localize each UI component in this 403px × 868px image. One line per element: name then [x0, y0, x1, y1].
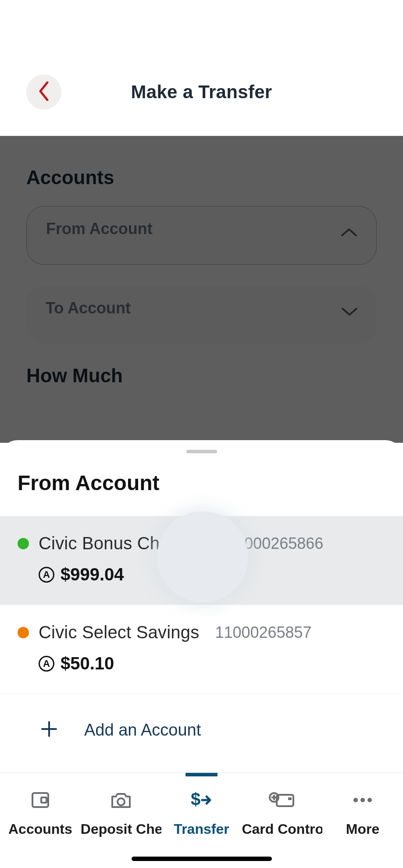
tab-transfer[interactable]: $ Transfer: [161, 773, 242, 868]
plus-icon: [40, 720, 58, 740]
account-list: Civic Bonus Checking 11000265866 A $999.…: [0, 516, 403, 694]
camera-icon: [110, 789, 132, 811]
tab-label: Deposit Check: [81, 821, 161, 837]
tab-bar: Accounts Deposit Check $ Transfer Card C…: [0, 772, 403, 868]
modal-backdrop[interactable]: [0, 136, 403, 443]
add-account-button[interactable]: Add an Account: [0, 694, 403, 766]
sheet-title: From Account: [0, 453, 403, 516]
svg-text:$: $: [191, 790, 200, 809]
account-name: Civic Bonus Checking: [39, 534, 211, 553]
transfer-icon: $: [189, 789, 214, 811]
svg-rect-1: [41, 797, 46, 803]
status-dot-icon: [18, 627, 29, 638]
more-icon: [351, 789, 374, 811]
account-balance: $999.04: [61, 565, 124, 584]
account-name: Civic Select Savings: [39, 623, 199, 642]
account-balance: $50.10: [61, 654, 114, 673]
page-title: Make a Transfer: [0, 82, 403, 103]
tab-deposit-check[interactable]: Deposit Check: [81, 773, 161, 868]
account-number: 11000265866: [227, 534, 323, 553]
card-controls-icon: [269, 789, 295, 811]
svg-point-2: [118, 798, 125, 805]
tab-accounts[interactable]: Accounts: [0, 773, 81, 868]
svg-rect-5: [288, 797, 292, 800]
status-dot-icon: [18, 538, 29, 549]
svg-point-7: [353, 798, 358, 802]
svg-point-9: [367, 798, 372, 802]
svg-point-8: [360, 798, 365, 802]
tab-label: Accounts: [8, 821, 72, 837]
account-option[interactable]: Civic Bonus Checking 11000265866 A $999.…: [0, 516, 403, 605]
available-icon: A: [39, 567, 54, 583]
tab-label: More: [346, 821, 379, 837]
account-option[interactable]: Civic Select Savings 11000265857 A $50.1…: [0, 605, 403, 694]
tab-more[interactable]: More: [322, 773, 403, 868]
tab-label: Card Controls: [242, 821, 322, 837]
available-icon: A: [39, 656, 54, 672]
add-account-label: Add an Account: [84, 721, 201, 740]
tab-card-controls[interactable]: Card Controls: [242, 773, 322, 868]
sheet-grabber[interactable]: [186, 450, 217, 453]
account-number: 11000265857: [215, 623, 311, 642]
header: Make a Transfer: [0, 0, 403, 136]
accounts-icon: [30, 789, 51, 811]
tab-label: Transfer: [174, 821, 229, 837]
home-indicator: [132, 857, 272, 861]
